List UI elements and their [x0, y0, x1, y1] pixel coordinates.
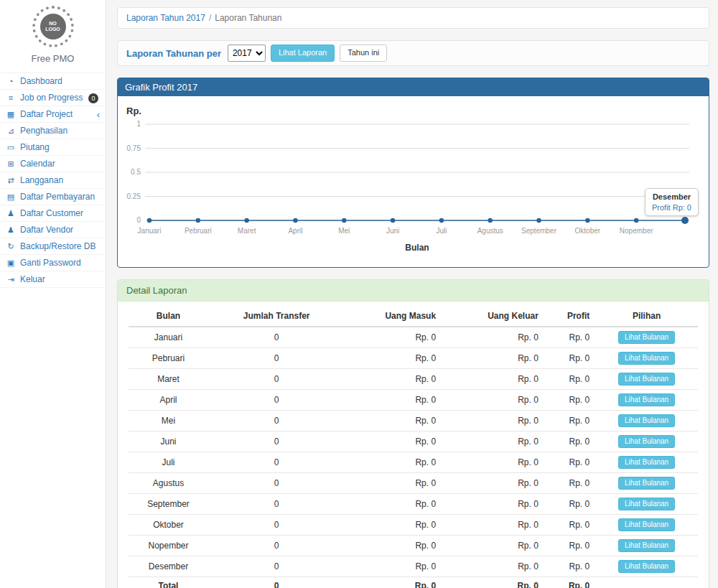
sign-out-icon: ⇥	[6, 275, 16, 284]
breadcrumb-current: Laporan Tahunan	[215, 13, 281, 23]
cell-uang_keluar: Rp. 0	[442, 390, 544, 411]
cell-pilihan: Lihat Bulanan	[595, 431, 698, 452]
cell-jumlah_transfer: 0	[208, 431, 345, 452]
total-uang-masuk: Rp. 0	[345, 577, 442, 588]
cell-uang_masuk: Rp. 0	[345, 411, 442, 431]
sidebar-item-piutang[interactable]: ▭Piutang	[0, 139, 106, 156]
cell-jumlah_transfer: 0	[208, 348, 345, 369]
logo-area: NO LOGO Free PMO	[0, 0, 106, 67]
lihat-bulanan-button[interactable]: Lihat Bulanan	[618, 477, 675, 490]
cell-bulan: Pebruari	[129, 348, 208, 369]
cell-bulan: Maret	[129, 369, 208, 390]
sidebar-item-label: Penghasilan	[20, 126, 67, 136]
detail-table: Bulan Jumlah Transfer Uang Masuk Uang Ke…	[129, 306, 698, 588]
cell-profit: Rp. 0	[544, 369, 595, 390]
cell-profit: Rp. 0	[544, 536, 595, 556]
cell-jumlah_transfer: 0	[208, 556, 345, 577]
cell-uang_masuk: Rp. 0	[345, 390, 442, 411]
sidebar-item-dashboard[interactable]: ◔Dashboard	[0, 73, 106, 90]
cell-pilihan: Lihat Bulanan	[595, 515, 698, 536]
cell-uang_keluar: Rp. 0	[442, 452, 544, 473]
chart-tooltip: Desember Profit Rp: 0	[645, 188, 699, 216]
svg-text:April: April	[288, 227, 302, 235]
col-bulan: Bulan	[129, 306, 208, 327]
lihat-bulanan-button[interactable]: Lihat Bulanan	[618, 414, 675, 427]
detail-table-wrap: Bulan Jumlah Transfer Uang Masuk Uang Ke…	[118, 302, 709, 588]
cell-profit: Rp. 0	[544, 515, 595, 536]
tahun-ini-button[interactable]: Tahun ini	[340, 45, 387, 61]
sidebar-item-job-on-progress[interactable]: ≡Job on Progress0	[0, 90, 106, 106]
sidebar-item-calendar[interactable]: ⊞Calendar	[0, 156, 106, 172]
total-row: Total 0 Rp. 0 Rp. 0 Rp. 0	[129, 577, 698, 588]
sidebar-item-daftar-customer[interactable]: ♟Daftar Customer	[0, 205, 106, 222]
sidebar-item-ganti-password[interactable]: ▣Ganti Password	[0, 255, 106, 271]
svg-text:Juni: Juni	[386, 227, 399, 235]
cell-uang_keluar: Rp. 0	[442, 536, 544, 556]
sidebar-item-keluar[interactable]: ⇥Keluar	[0, 271, 106, 288]
sidebar-item-label: Backup/Restore DB	[20, 241, 95, 251]
refresh-icon: ↻	[6, 242, 16, 251]
lihat-bulanan-button[interactable]: Lihat Bulanan	[618, 331, 675, 344]
cell-pilihan: Lihat Bulanan	[595, 348, 698, 369]
table-icon: ▦	[6, 110, 16, 119]
cell-bulan: Mei	[129, 411, 208, 431]
lihat-bulanan-button[interactable]: Lihat Bulanan	[618, 373, 675, 386]
cell-pilihan: Lihat Bulanan	[595, 327, 698, 348]
svg-text:Januari: Januari	[138, 227, 162, 235]
chart-panel-heading: Grafik Profit 2017	[118, 78, 709, 96]
cell-profit: Rp. 0	[544, 411, 595, 431]
app-name: Free PMO	[0, 53, 106, 64]
cell-uang_keluar: Rp. 0	[442, 515, 544, 536]
detail-report-panel: Detail Laporan Bulan Jumlah Transfer Uan…	[117, 279, 709, 588]
detail-panel-heading: Detail Laporan	[118, 280, 709, 302]
lihat-bulanan-button[interactable]: Lihat Bulanan	[618, 456, 675, 469]
svg-text:Maret: Maret	[238, 227, 256, 235]
breadcrumb-link[interactable]: Laporan Tahun 2017	[126, 13, 205, 23]
sidebar-item-daftar-project[interactable]: ▦Daftar Project‹	[0, 106, 106, 123]
sidebar-item-daftar-vendor[interactable]: ♟Daftar Vendor	[0, 222, 106, 238]
lihat-bulanan-button[interactable]: Lihat Bulanan	[618, 498, 675, 510]
cell-uang_keluar: Rp. 0	[442, 494, 544, 515]
cell-uang_masuk: Rp. 0	[345, 536, 442, 556]
cell-bulan: Januari	[129, 327, 208, 348]
sidebar-item-backup-restore-db[interactable]: ↻Backup/Restore DB	[0, 238, 106, 255]
sidebar-item-langganan[interactable]: ⇄Langganan	[0, 172, 106, 189]
cell-jumlah_transfer: 0	[208, 369, 345, 390]
cell-uang_keluar: Rp. 0	[442, 473, 544, 494]
lihat-bulanan-button[interactable]: Lihat Bulanan	[618, 435, 675, 448]
cell-bulan: Nopember	[129, 536, 208, 556]
table-row: Nopember0Rp. 0Rp. 0Rp. 0Lihat Bulanan	[129, 536, 698, 556]
col-pilihan: Pilihan	[595, 306, 698, 327]
tasks-icon: ≡	[6, 93, 16, 102]
table-row: Januari0Rp. 0Rp. 0Rp. 0Lihat Bulanan	[129, 327, 698, 348]
cell-uang_masuk: Rp. 0	[345, 348, 442, 369]
sidebar-item-penghasilan[interactable]: ⊿Penghasilan	[0, 123, 106, 139]
lihat-bulanan-button[interactable]: Lihat Bulanan	[618, 352, 675, 365]
cell-jumlah_transfer: 0	[208, 452, 345, 473]
cell-jumlah_transfer: 0	[208, 494, 345, 515]
sidebar-item-daftar-pembayaran[interactable]: ▤Daftar Pembayaran	[0, 189, 106, 205]
year-select[interactable]: 2017	[228, 45, 266, 62]
lihat-bulanan-button[interactable]: Lihat Bulanan	[618, 539, 675, 552]
sidebar-item-label: Dashboard	[20, 76, 62, 86]
dashboard-icon: ◔	[6, 77, 16, 85]
cell-bulan: September	[129, 494, 208, 515]
cell-profit: Rp. 0	[544, 494, 595, 515]
lihat-bulanan-button[interactable]: Lihat Bulanan	[618, 393, 675, 406]
lihat-bulanan-button[interactable]: Lihat Bulanan	[618, 560, 675, 573]
lihat-laporan-button[interactable]: Lihat Laporan	[271, 45, 335, 61]
total-empty-cell	[595, 577, 698, 588]
detail-table-body: Januari0Rp. 0Rp. 0Rp. 0Lihat BulananPebr…	[129, 327, 698, 577]
lihat-bulanan-button[interactable]: Lihat Bulanan	[618, 518, 675, 531]
profit-chart-panel: Grafik Profit 2017 00.250.50.751Rp.Bulan…	[117, 78, 709, 268]
cell-jumlah_transfer: 0	[208, 473, 345, 494]
cell-pilihan: Lihat Bulanan	[595, 411, 698, 431]
total-jumlah-transfer: 0	[208, 577, 345, 588]
svg-text:Oktober: Oktober	[575, 227, 601, 235]
svg-text:Mei: Mei	[338, 227, 350, 235]
cell-bulan: April	[129, 390, 208, 411]
logo-text: NO LOGO	[40, 14, 66, 39]
svg-text:Rp.: Rp.	[126, 106, 141, 116]
cell-uang_masuk: Rp. 0	[345, 452, 442, 473]
table-row: Agustus0Rp. 0Rp. 0Rp. 0Lihat Bulanan	[129, 473, 698, 494]
